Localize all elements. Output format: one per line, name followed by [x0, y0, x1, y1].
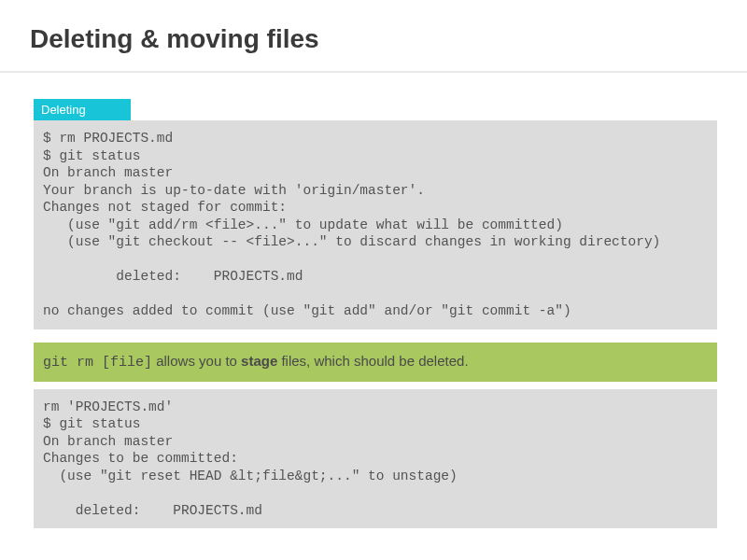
hint-text-before: allows you to: [152, 353, 241, 369]
hint-text-after: files, which should be deleted.: [277, 353, 468, 369]
hint-command: git rm [file]: [43, 355, 152, 371]
section-label-deleting: Deleting: [34, 99, 131, 120]
code-block-2: rm 'PROJECTS.md' $ git status On branch …: [34, 389, 717, 529]
hint-bar: git rm [file] allows you to stage files,…: [34, 343, 717, 382]
page-title: Deleting & moving files: [0, 0, 747, 73]
code-block-1: $ rm PROJECTS.md $ git status On branch …: [34, 120, 717, 329]
content-area: Deleting $ rm PROJECTS.md $ git status O…: [0, 73, 747, 528]
hint-stage-word: stage: [241, 353, 277, 369]
